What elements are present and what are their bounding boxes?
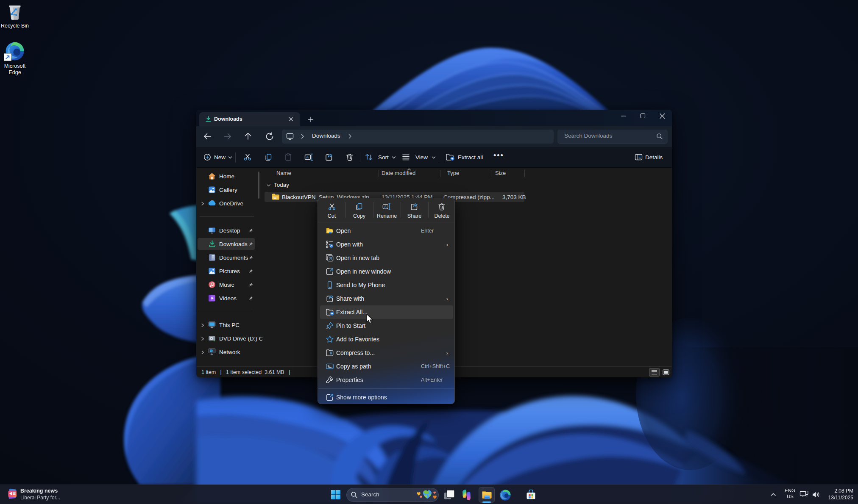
svg-text:A: A	[384, 205, 387, 209]
svg-text:A: A	[306, 155, 309, 159]
